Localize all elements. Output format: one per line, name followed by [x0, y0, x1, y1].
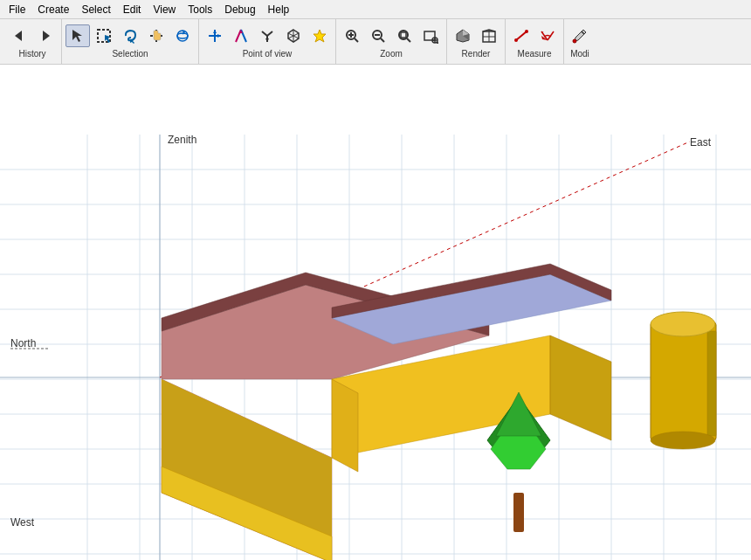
- menu-file[interactable]: File: [3, 2, 31, 17]
- svg-rect-89: [651, 322, 716, 440]
- menu-edit[interactable]: Edit: [118, 2, 147, 17]
- pov-star-button[interactable]: [307, 24, 332, 47]
- toolbar-group-render: Render: [447, 19, 506, 64]
- svg-line-33: [437, 42, 438, 44]
- toolbar: History: [0, 19, 751, 65]
- svg-point-45: [573, 39, 576, 43]
- zoom-out-button[interactable]: [366, 24, 390, 47]
- menu-create[interactable]: Create: [32, 2, 74, 17]
- measure-angle-button[interactable]: [535, 24, 560, 47]
- toolbar-group-history: History: [3, 19, 62, 64]
- svg-marker-1: [43, 31, 50, 41]
- svg-rect-90: [707, 331, 716, 436]
- svg-line-29: [407, 38, 410, 42]
- back-button[interactable]: [7, 24, 31, 47]
- toolbar-group-modify: Modi: [564, 19, 596, 64]
- menu-select[interactable]: Select: [76, 2, 115, 17]
- viewport-3d[interactable]: Zenith East North West: [0, 65, 751, 560]
- pov-iso-button[interactable]: [281, 24, 306, 47]
- toolbar-group-selection: Selection: [62, 19, 199, 64]
- pov-xz-button[interactable]: [229, 24, 253, 47]
- toolbar-group-pov: Point of view: [199, 19, 336, 64]
- svg-marker-11: [213, 30, 217, 33]
- pan-tool[interactable]: [144, 24, 169, 47]
- selection-label: Selection: [112, 49, 148, 59]
- toolbar-group-measure: Measure: [506, 19, 564, 64]
- svg-marker-5: [130, 39, 134, 44]
- pov-label: Point of view: [243, 49, 293, 59]
- rect-select-tool[interactable]: [92, 24, 116, 47]
- svg-marker-20: [313, 30, 326, 42]
- zoom-in-button[interactable]: [340, 24, 364, 47]
- svg-rect-30: [401, 32, 406, 38]
- svg-text:Zenith: Zenith: [168, 134, 196, 146]
- menu-bar: File Create Select Edit View Tools Debug…: [0, 0, 751, 19]
- svg-point-91: [651, 312, 715, 336]
- svg-point-92: [651, 432, 715, 449]
- svg-point-7: [177, 31, 188, 41]
- history-label: History: [18, 49, 45, 59]
- render-wire-button[interactable]: [477, 24, 501, 47]
- modify-button[interactable]: [568, 24, 592, 47]
- menu-help[interactable]: Help: [263, 2, 295, 17]
- measure-label: Measure: [518, 49, 552, 59]
- toolbar-group-zoom: Zoom: [336, 19, 447, 64]
- menu-tools[interactable]: Tools: [183, 2, 217, 17]
- render-label: Render: [462, 49, 491, 59]
- orbit-tool[interactable]: [170, 24, 195, 47]
- menu-debug[interactable]: Debug: [219, 2, 260, 17]
- zoom-fit-button[interactable]: [392, 24, 417, 47]
- svg-text:West: West: [10, 516, 35, 529]
- svg-text:North: North: [10, 337, 36, 349]
- svg-rect-85: [513, 493, 524, 532]
- svg-text:East: East: [690, 136, 712, 149]
- forward-button[interactable]: [33, 24, 58, 47]
- select-tool[interactable]: [65, 24, 90, 47]
- svg-marker-12: [217, 34, 221, 38]
- modify-label: Modi: [570, 49, 589, 59]
- svg-marker-16: [265, 38, 269, 42]
- pov-xy-button[interactable]: [203, 24, 227, 47]
- svg-point-38: [514, 38, 518, 42]
- svg-line-22: [355, 38, 358, 42]
- zoom-box-button[interactable]: [418, 24, 443, 47]
- svg-marker-0: [15, 31, 22, 41]
- svg-point-39: [525, 30, 528, 33]
- svg-line-26: [381, 38, 384, 42]
- menu-view[interactable]: View: [148, 2, 181, 17]
- pov-yz-button[interactable]: [255, 24, 279, 47]
- svg-marker-2: [72, 30, 82, 42]
- zoom-label: Zoom: [380, 49, 403, 59]
- measure-dist-button[interactable]: [509, 24, 534, 47]
- svg-line-37: [516, 31, 527, 40]
- lasso-tool[interactable]: [118, 24, 142, 47]
- svg-marker-82: [332, 379, 358, 472]
- render-solid-button[interactable]: [451, 24, 475, 47]
